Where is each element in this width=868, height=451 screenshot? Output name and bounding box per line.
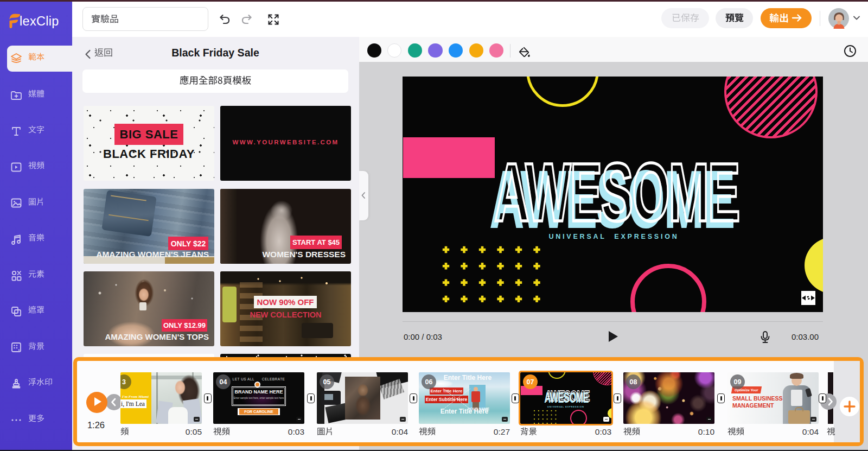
svg-text:lexClip: lexClip <box>20 14 59 28</box>
